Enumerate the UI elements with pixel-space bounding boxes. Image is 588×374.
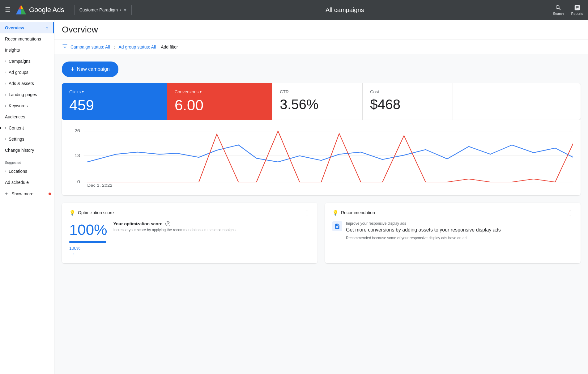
clicks-label: Clicks ▾ [69,89,160,94]
svg-marker-4 [19,5,21,9]
account-selector[interactable]: Customer Paradigm › [79,7,121,12]
content-label: Content [9,125,24,130]
sidebar-item-insights[interactable]: Insights [0,45,54,56]
keywords-chevron-icon: › [5,104,6,108]
nav-actions: Search Reports [553,4,583,15]
sidebar-item-content[interactable]: › Content [0,122,54,134]
ad-group-status-filter[interactable]: Ad group status: All [119,45,156,49]
search-label: Search [553,12,564,15]
ads-assets-chevron-icon: › [5,81,6,86]
google-ads-logo: Google Ads [15,4,69,15]
ctr-value: 3.56% [280,97,355,112]
rec-body: Improve your responsive display ads Get … [332,221,573,240]
svg-text:26: 26 [75,128,80,133]
add-filter-button[interactable]: Add filter [161,45,178,49]
page-header: Overview [54,20,588,40]
show-more-plus-icon: + [5,191,8,197]
campaigns-chevron-icon: › [5,59,6,63]
show-more-dot [49,193,51,195]
ctr-label: CTR [280,89,355,94]
opt-score-section: 100% 100% → [69,221,107,257]
opt-progress-bar-bg [69,241,106,243]
sidebar-item-ad-groups[interactable]: › Ad groups [0,67,54,78]
conversions-value: 6.00 [175,97,265,114]
campaign-status-filter[interactable]: Campaign status: All [70,45,110,49]
cost-metric-card[interactable]: Cost $468 [363,83,453,120]
keywords-label: Keywords [9,103,28,108]
ad-groups-chevron-icon: › [5,70,6,74]
campaigns-label: Campaigns [9,59,31,64]
filter-separator: ; [114,45,115,49]
new-campaign-label: New campaign [77,66,110,72]
ad-schedule-label: Ad schedule [5,180,29,185]
sidebar-item-locations[interactable]: › Locations [0,166,54,177]
opt-score-value: 100% [69,221,107,238]
sidebar: Overview ⌂ Recommendations Insights › Ca… [0,20,54,374]
conversions-dropdown-icon: ▾ [200,90,202,94]
sidebar-item-landing-pages[interactable]: › Landing pages [0,89,54,100]
sidebar-item-recommendations[interactable]: Recommendations [0,33,54,45]
reports-icon [574,4,581,11]
rec-bulb-icon: 💡 [332,210,339,216]
sidebar-item-ads-assets[interactable]: › Ads & assets [0,78,54,89]
sidebar-item-ad-schedule[interactable]: Ad schedule [0,177,54,188]
svg-marker-1 [21,5,23,9]
settings-chevron-icon: › [5,137,6,141]
opt-score-label-footer: 100% [69,246,107,251]
conversions-label: Conversions ▾ [175,89,265,94]
page-title: Overview [62,25,581,35]
audiences-label: Audiences [5,114,25,119]
opt-bulb-icon: 💡 [69,210,75,216]
sidebar-item-overview[interactable]: Overview ⌂ [0,22,54,33]
sidebar-item-keywords[interactable]: › Keywords [0,100,54,111]
opt-score-description: Increase your score by applying the reco… [113,227,236,233]
brand-name: Google Ads [29,6,64,14]
optimization-score-card: 💡 Optimization score ⋮ 100% 100% → [62,203,317,263]
clicks-metric-card[interactable]: Clicks ▾ 459 [62,83,167,120]
sidebar-item-audiences[interactable]: Audiences [0,111,54,122]
ad-groups-label: Ad groups [9,70,28,75]
opt-arrow-icon[interactable]: → [69,251,75,257]
top-navigation: ☰ Google Ads Customer Paradigm › ▾ All c… [0,0,588,20]
change-history-label: Change history [5,148,34,153]
search-nav-item[interactable]: Search [553,4,564,15]
main-area: + New campaign Clicks ▾ 459 Conversions [54,54,588,271]
landing-pages-chevron-icon: › [5,92,6,97]
svg-marker-2 [21,9,26,14]
rec-main-title: Get more conversions by adding assets to… [346,227,501,233]
sidebar-item-show-more[interactable]: + Show more [0,188,54,200]
rec-menu-icon[interactable]: ⋮ [567,209,573,216]
cost-label: Cost [370,89,445,94]
svg-text:13: 13 [75,153,80,158]
rec-card-header: 💡 Recommendation ⋮ [332,209,573,216]
opt-score-heading: Your optimization score ? [113,221,236,226]
nav-dropdown-icon[interactable]: ▾ [124,6,126,13]
conversions-metric-card[interactable]: Conversions ▾ 6.00 [167,83,273,120]
ctr-metric-card[interactable]: CTR 3.56% [272,83,363,120]
account-chevron-icon: › [120,7,121,12]
insights-label: Insights [5,48,20,53]
filter-bar: Campaign status: All ; Ad group status: … [54,40,588,54]
reports-nav-item[interactable]: Reports [571,4,583,15]
campaign-title: All campaigns [137,6,553,14]
ads-assets-label: Ads & assets [9,81,34,86]
rec-sub-description: Recommended because some of your respons… [346,236,501,240]
metrics-row: Clicks ▾ 459 Conversions ▾ 6.00 CT [62,83,581,120]
hamburger-menu-icon[interactable]: ☰ [5,6,11,14]
opt-menu-icon[interactable]: ⋮ [304,209,310,216]
nav-divider [74,5,75,15]
rec-card-title: Recommendation [341,210,375,215]
search-icon [555,4,562,11]
help-icon[interactable]: ? [165,221,170,226]
sidebar-item-change-history[interactable]: Change history [0,145,54,156]
rec-card-icon [332,221,342,231]
recommendation-card: 💡 Recommendation ⋮ Improve your responsi… [325,203,581,263]
new-campaign-plus-icon: + [70,65,75,73]
svg-marker-3 [16,9,21,14]
locations-chevron-icon: › [5,169,6,173]
sidebar-item-campaigns[interactable]: › Campaigns [0,56,54,67]
new-campaign-button[interactable]: + New campaign [62,62,118,77]
filter-icon[interactable] [62,43,68,51]
sidebar-item-settings[interactable]: › Settings [0,134,54,145]
rec-subtitle: Improve your responsive display ads [346,221,501,226]
